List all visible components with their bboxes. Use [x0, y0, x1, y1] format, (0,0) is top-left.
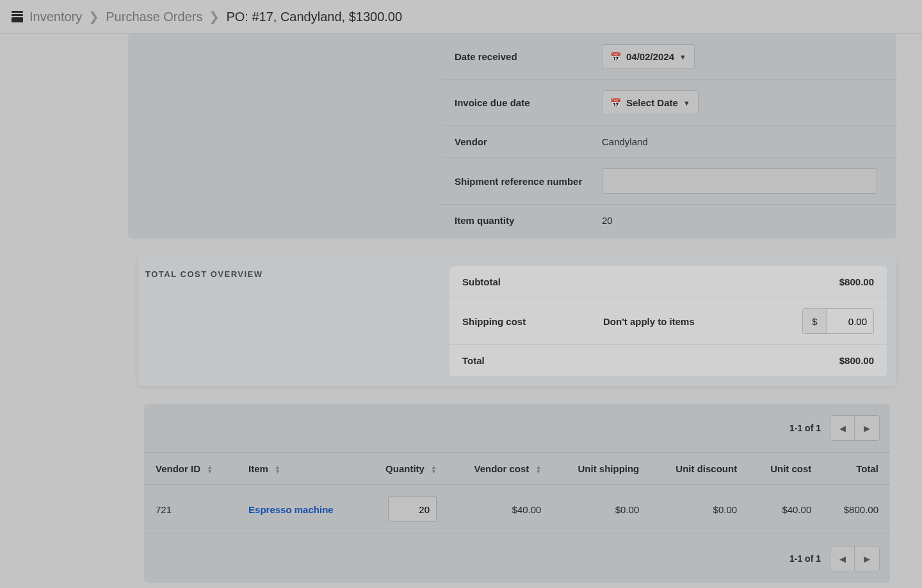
- breadcrumb: Inventory ❯ Purchase Orders ❯ PO: #17, C…: [29, 9, 402, 24]
- row-shipping: Shipping cost Don't apply to items $: [449, 298, 887, 345]
- shipping-mode[interactable]: Don't apply to items: [603, 316, 802, 327]
- items-table-card: 1-1 of 1 ◀ ▶ Vendor ID ▲▼ Item ▲▼: [144, 404, 890, 583]
- label-invoice-due: Invoice due date: [455, 97, 602, 108]
- total-value: $800.00: [839, 355, 874, 366]
- sort-icon: ▲▼: [431, 465, 437, 474]
- row-date-received: Date received 📅 04/02/2024 ▼: [442, 34, 896, 80]
- col-quantity[interactable]: Quantity ▲▼: [362, 453, 448, 485]
- shipping-cost-input-wrap: $: [802, 308, 874, 334]
- col-item[interactable]: Item ▲▼: [237, 453, 362, 485]
- col-vendor-cost[interactable]: Vendor cost ▲▼: [448, 453, 553, 485]
- cell-unit-discount: $0.00: [651, 485, 748, 534]
- pager-buttons-bottom: ◀ ▶: [830, 546, 880, 571]
- table-row: 721 Espresso machine $40.00 $0.00 $0.00 …: [144, 485, 890, 534]
- cell-vendor-id: 721: [144, 485, 237, 534]
- label-total: Total: [462, 355, 603, 366]
- shipment-ref-input[interactable]: [602, 168, 877, 194]
- row-vendor: Vendor Candyland: [442, 126, 896, 158]
- page-header: Inventory ❯ Purchase Orders ❯ PO: #17, C…: [0, 0, 922, 34]
- items-table: Vendor ID ▲▼ Item ▲▼ Quantity ▲▼ Vendor …: [144, 452, 890, 534]
- row-total: Total $800.00: [449, 345, 887, 376]
- breadcrumb-inventory[interactable]: Inventory: [29, 10, 82, 24]
- vendor-value: Candyland: [602, 136, 884, 147]
- date-received-picker[interactable]: 📅 04/02/2024 ▼: [602, 44, 695, 69]
- cell-vendor-cost: $40.00: [448, 485, 553, 534]
- label-vendor: Vendor: [455, 136, 602, 147]
- pager-prev-button[interactable]: ◀: [830, 546, 855, 571]
- item-qty-value: 20: [602, 215, 884, 226]
- shipping-cost-input[interactable]: [827, 309, 873, 333]
- chevron-right-icon: ❯: [209, 9, 220, 24]
- pager-text-top: 1-1 of 1: [789, 423, 821, 433]
- col-unit-shipping: Unit shipping: [553, 453, 651, 485]
- label-shipment-ref: Shipment reference number: [455, 176, 602, 187]
- date-received-value: 04/02/2024: [626, 51, 674, 62]
- col-unit-discount: Unit discount: [651, 453, 748, 485]
- sort-icon: ▲▼: [275, 465, 280, 474]
- breadcrumb-purchase-orders[interactable]: Purchase Orders: [106, 10, 202, 24]
- invoice-due-value: Select Date: [626, 97, 678, 108]
- pager-next-button[interactable]: ▶: [855, 416, 879, 440]
- row-invoice-due: Invoice due date 📅 Select Date ▼: [442, 80, 896, 126]
- label-subtotal: Subtotal: [462, 276, 603, 287]
- chevron-right-icon: ❯: [88, 9, 99, 24]
- col-unit-cost: Unit cost: [748, 453, 823, 485]
- cell-unit-shipping: $0.00: [553, 485, 651, 534]
- cell-unit-cost: $40.00: [748, 485, 823, 534]
- caret-down-icon: ▼: [679, 53, 686, 61]
- row-item-qty: Item quantity 20: [442, 205, 896, 236]
- po-details-card: Date received 📅 04/02/2024 ▼ Invoice due…: [128, 34, 896, 239]
- invoice-due-picker[interactable]: 📅 Select Date ▼: [602, 90, 699, 115]
- label-shipping: Shipping cost: [462, 316, 603, 327]
- pager-buttons-top: ◀ ▶: [830, 415, 880, 441]
- col-total: Total: [823, 453, 890, 485]
- sort-icon: ▲▼: [536, 465, 542, 474]
- cell-total: $800.00: [823, 485, 890, 534]
- row-shipment-ref: Shipment reference number: [442, 158, 896, 205]
- pager-next-button[interactable]: ▶: [855, 546, 879, 571]
- col-vendor-id[interactable]: Vendor ID ▲▼: [144, 453, 237, 485]
- row-subtotal: Subtotal $800.00: [449, 266, 887, 298]
- subtotal-value: $800.00: [839, 276, 874, 287]
- sort-icon: ▲▼: [207, 465, 213, 474]
- currency-prefix: $: [803, 309, 827, 333]
- label-item-qty: Item quantity: [455, 215, 602, 226]
- overview-title: TOTAL COST OVERVIEW: [145, 269, 263, 279]
- total-cost-overview-panel: TOTAL COST OVERVIEW Subtotal $800.00 Shi…: [138, 257, 896, 386]
- pager-top: 1-1 of 1 ◀ ▶: [144, 404, 890, 452]
- pager-text-bottom: 1-1 of 1: [789, 553, 821, 564]
- breadcrumb-current: PO: #17, Candyland, $1300.00: [226, 10, 402, 24]
- caret-down-icon: ▼: [683, 99, 690, 107]
- overview-card: Subtotal $800.00 Shipping cost Don't app…: [449, 266, 887, 377]
- item-link[interactable]: Espresso machine: [248, 504, 334, 515]
- inventory-icon: [12, 11, 23, 22]
- pager-prev-button[interactable]: ◀: [830, 416, 855, 440]
- calendar-icon: 📅: [610, 52, 621, 62]
- calendar-icon: 📅: [610, 98, 621, 108]
- label-date-received: Date received: [455, 51, 602, 62]
- quantity-input[interactable]: [388, 497, 437, 522]
- pager-bottom: 1-1 of 1 ◀ ▶: [144, 534, 890, 583]
